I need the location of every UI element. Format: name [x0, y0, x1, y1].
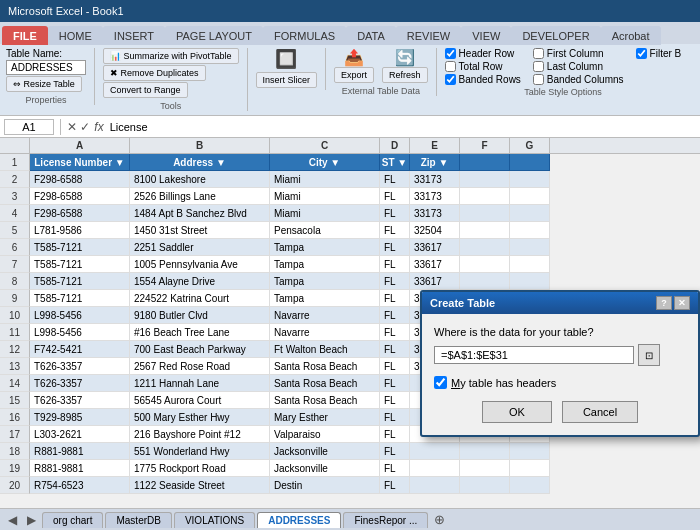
tab-review[interactable]: REVIEW — [396, 26, 461, 45]
dialog-range-picker-button[interactable]: ⊡ — [638, 344, 660, 366]
cell-r5-c2[interactable]: 1450 31st Street — [130, 222, 270, 239]
col-header-c[interactable]: C — [270, 138, 380, 153]
cell-r20-c6[interactable] — [460, 477, 510, 494]
cell-r20-c5[interactable] — [410, 477, 460, 494]
tab-acrobat[interactable]: Acrobat — [601, 26, 661, 45]
cell-r5-c3[interactable]: Pensacola — [270, 222, 380, 239]
tab-page-layout[interactable]: PAGE LAYOUT — [165, 26, 263, 45]
cell-r2-c7[interactable] — [510, 171, 550, 188]
cell-r5-c4[interactable]: FL — [380, 222, 410, 239]
cell-r2-c4[interactable]: FL — [380, 171, 410, 188]
cell-r15-c1[interactable]: T626-3357 — [30, 392, 130, 409]
cell-r17-c4[interactable]: FL — [380, 426, 410, 443]
cell-r11-c3[interactable]: Navarre — [270, 324, 380, 341]
cell-r19-c4[interactable]: FL — [380, 460, 410, 477]
cell-r7-c4[interactable]: FL — [380, 256, 410, 273]
cell-r1-c5[interactable]: Zip ▼ — [410, 154, 460, 171]
cell-r18-c2[interactable]: 551 Wonderland Hwy — [130, 443, 270, 460]
table-name-input[interactable] — [6, 60, 86, 75]
cell-r20-c7[interactable] — [510, 477, 550, 494]
cell-r9-c2[interactable]: 224522 Katrina Court — [130, 290, 270, 307]
row-header-2[interactable]: 2 — [0, 171, 30, 188]
dialog-headers-checkbox[interactable] — [434, 376, 447, 389]
cell-r7-c6[interactable] — [460, 256, 510, 273]
cell-r17-c1[interactable]: L303-2621 — [30, 426, 130, 443]
tab-view[interactable]: VIEW — [461, 26, 511, 45]
formula-input[interactable] — [110, 121, 696, 133]
cell-r2-c3[interactable]: Miami — [270, 171, 380, 188]
cell-r6-c6[interactable] — [460, 239, 510, 256]
cell-r6-c5[interactable]: 33617 — [410, 239, 460, 256]
export-button[interactable]: Export — [334, 67, 374, 83]
sheet-tab-orgchart[interactable]: org chart — [42, 512, 103, 528]
cell-r7-c3[interactable]: Tampa — [270, 256, 380, 273]
header-row-checkbox[interactable] — [445, 48, 456, 59]
sheet-tab-masterdb[interactable]: MasterDB — [105, 512, 171, 528]
cell-r19-c3[interactable]: Jacksonville — [270, 460, 380, 477]
row-header-20[interactable]: 20 — [0, 477, 30, 494]
cell-r12-c1[interactable]: F742-5421 — [30, 341, 130, 358]
row-header-8[interactable]: 8 — [0, 273, 30, 290]
cell-r9-c3[interactable]: Tampa — [270, 290, 380, 307]
cell-reference-input[interactable] — [4, 119, 54, 135]
cell-r19-c6[interactable] — [460, 460, 510, 477]
cell-r15-c2[interactable]: 56545 Aurora Court — [130, 392, 270, 409]
cell-r1-c4[interactable]: ST ▼ — [380, 154, 410, 171]
cell-r3-c2[interactable]: 2526 Billings Lane — [130, 188, 270, 205]
cell-r16-c2[interactable]: 500 Mary Esther Hwy — [130, 409, 270, 426]
cell-r11-c4[interactable]: FL — [380, 324, 410, 341]
cell-r3-c5[interactable]: 33173 — [410, 188, 460, 205]
cell-r5-c7[interactable] — [510, 222, 550, 239]
cell-r13-c1[interactable]: T626-3357 — [30, 358, 130, 375]
row-header-10[interactable]: 10 — [0, 307, 30, 324]
add-sheet-button[interactable]: ⊕ — [434, 512, 445, 527]
cell-r15-c3[interactable]: Santa Rosa Beach — [270, 392, 380, 409]
dialog-question-button[interactable]: ? — [656, 296, 672, 310]
cell-r2-c1[interactable]: F298-6588 — [30, 171, 130, 188]
cell-r6-c3[interactable]: Tampa — [270, 239, 380, 256]
cell-r3-c1[interactable]: F298-6588 — [30, 188, 130, 205]
cell-r19-c1[interactable]: R881-9881 — [30, 460, 130, 477]
cell-r12-c2[interactable]: 700 East Beach Parkway — [130, 341, 270, 358]
cell-r20-c3[interactable]: Destin — [270, 477, 380, 494]
cell-r11-c2[interactable]: #16 Beach Tree Lane — [130, 324, 270, 341]
cell-r15-c4[interactable]: FL — [380, 392, 410, 409]
tab-file[interactable]: FILE — [2, 26, 48, 45]
col-header-a[interactable]: A — [30, 138, 130, 153]
col-header-b[interactable]: B — [130, 138, 270, 153]
cell-r7-c1[interactable]: T585-7121 — [30, 256, 130, 273]
row-header-15[interactable]: 15 — [0, 392, 30, 409]
row-header-17[interactable]: 17 — [0, 426, 30, 443]
cell-r3-c4[interactable]: FL — [380, 188, 410, 205]
cell-r16-c1[interactable]: T929-8985 — [30, 409, 130, 426]
insert-slicer-button[interactable]: Insert Slicer — [256, 72, 318, 88]
cell-r9-c1[interactable]: T585-7121 — [30, 290, 130, 307]
tab-developer[interactable]: DEVELOPER — [511, 26, 600, 45]
cell-r20-c2[interactable]: 1122 Seaside Street — [130, 477, 270, 494]
cell-r4-c1[interactable]: F298-6588 — [30, 205, 130, 222]
cell-r5-c1[interactable]: L781-9586 — [30, 222, 130, 239]
cell-r10-c2[interactable]: 9180 Butler Clvd — [130, 307, 270, 324]
cell-r6-c2[interactable]: 2251 Saddler — [130, 239, 270, 256]
cell-r12-c4[interactable]: FL — [380, 341, 410, 358]
cell-r10-c3[interactable]: Navarre — [270, 307, 380, 324]
dialog-ok-button[interactable]: OK — [482, 401, 552, 423]
cell-r6-c1[interactable]: T585-7121 — [30, 239, 130, 256]
cell-r8-c1[interactable]: T585-7121 — [30, 273, 130, 290]
cell-r18-c3[interactable]: Jacksonville — [270, 443, 380, 460]
cell-r14-c2[interactable]: 1211 Hannah Lane — [130, 375, 270, 392]
col-header-d[interactable]: D — [380, 138, 410, 153]
cell-r4-c6[interactable] — [460, 205, 510, 222]
cell-r18-c6[interactable] — [460, 443, 510, 460]
cell-r1-c1[interactable]: License Number ▼ — [30, 154, 130, 171]
cell-r18-c4[interactable]: FL — [380, 443, 410, 460]
row-header-4[interactable]: 4 — [0, 205, 30, 222]
dialog-close-button[interactable]: ✕ — [674, 296, 690, 310]
row-header-5[interactable]: 5 — [0, 222, 30, 239]
cell-r17-c2[interactable]: 216 Bayshore Point #12 — [130, 426, 270, 443]
cell-r2-c5[interactable]: 33173 — [410, 171, 460, 188]
cell-r18-c7[interactable] — [510, 443, 550, 460]
cell-r12-c3[interactable]: Ft Walton Beach — [270, 341, 380, 358]
cell-r19-c2[interactable]: 1775 Rockport Road — [130, 460, 270, 477]
cell-r8-c6[interactable] — [460, 273, 510, 290]
